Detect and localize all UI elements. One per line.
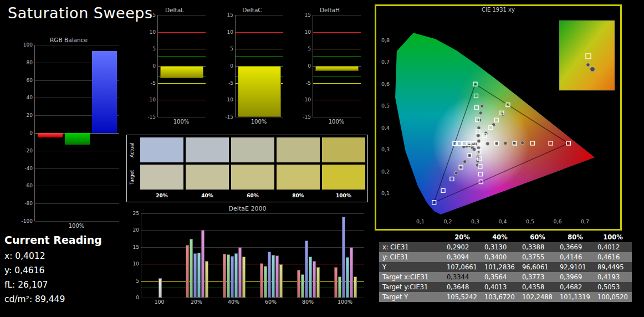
table-cell[interactable]: 0,5053 xyxy=(594,282,632,292)
table-cell[interactable]: 0,2902 xyxy=(443,242,481,252)
deltae-bar xyxy=(346,257,349,298)
y-tick-label: 40 xyxy=(18,95,33,100)
y-tick-label: 5 xyxy=(219,46,233,52)
results-table: 20%40%60%80%100%x: CIE310,29020,31300,33… xyxy=(379,232,632,302)
table-cell[interactable]: 101,2836 xyxy=(481,262,519,272)
table-cell[interactable]: 0,3130 xyxy=(481,242,519,252)
deltae-bar xyxy=(354,277,357,298)
deltae-bar xyxy=(309,257,312,298)
y-tick-label: -80 xyxy=(18,201,33,206)
y-tick-label: 5 xyxy=(125,278,139,284)
table-cell[interactable]: 96,6061 xyxy=(519,262,556,272)
grid-line xyxy=(141,230,364,231)
column-header xyxy=(379,232,443,242)
table-cell[interactable]: 0,3773 xyxy=(519,272,556,282)
table-header-row: 20%40%60%80%100% xyxy=(379,232,632,242)
y-tick-label: -5 xyxy=(219,80,233,86)
table-cell[interactable]: 105,5242 xyxy=(443,292,481,302)
table-cell[interactable]: 0,4616 xyxy=(594,252,632,262)
y-tick-label: -15 xyxy=(141,114,156,120)
deltae-bar xyxy=(193,253,197,298)
y-tick-label: -10 xyxy=(219,97,233,103)
measured-circle xyxy=(463,160,467,163)
table-cell[interactable]: 102,2488 xyxy=(519,292,556,302)
column-header: 100% xyxy=(594,232,632,242)
rgb-balance-chart: RGB Balance 100806040200-20-40-60-80-100… xyxy=(14,37,123,229)
delta-c-chart: DeltaC 151050-5-10-15 100% xyxy=(219,7,285,125)
reference-line xyxy=(313,76,361,76)
table-cell[interactable]: 0,3755 xyxy=(519,252,556,262)
deltae-bar xyxy=(205,261,208,298)
current-reading-line: y: 0,4616 xyxy=(4,265,102,275)
y-tick-label: -100 xyxy=(18,218,33,224)
table-cell[interactable]: 0,4193 xyxy=(594,272,632,282)
table-cell[interactable]: 0,3969 xyxy=(556,272,594,282)
y-tick-label: -20 xyxy=(18,148,33,154)
deltae-bar xyxy=(275,255,279,298)
table-cell[interactable]: 92,9101 xyxy=(556,262,594,272)
table-row: x: CIE310,29020,31300,33880,36690,4012 xyxy=(379,242,632,252)
grid-line xyxy=(313,117,361,117)
measured-circle xyxy=(504,141,507,145)
table-cell[interactable]: 0,3344 xyxy=(443,272,481,282)
y-tick-label: 60 xyxy=(18,78,33,83)
table-cell[interactable]: 0,4146 xyxy=(556,252,594,262)
rgb-bar xyxy=(92,51,117,133)
reference-line xyxy=(236,32,283,33)
delta-c-xlabel: 100% xyxy=(235,119,283,125)
delta-bar xyxy=(315,66,358,71)
table-cell[interactable]: 107,0661 xyxy=(443,262,481,272)
measured-circle xyxy=(479,111,482,115)
cie-x-tick: 0,2 xyxy=(443,218,452,224)
cie-y-tick: 0,4 xyxy=(381,125,390,131)
current-reading-line: fL: 26,107 xyxy=(4,280,102,290)
y-tick-label: 5 xyxy=(297,46,311,52)
grid-line xyxy=(35,168,119,169)
column-header: 40% xyxy=(481,232,519,242)
table-cell[interactable]: 100,0520 xyxy=(594,292,632,302)
table-cell[interactable]: 0,3388 xyxy=(519,242,556,252)
table-cell[interactable]: 103,6720 xyxy=(481,292,519,302)
deltae-2000-plot: 2520151050 xyxy=(141,213,364,298)
table-row: Target Y105,5242103,6720102,2488101,1319… xyxy=(379,292,632,302)
table-cell[interactable]: 0,3669 xyxy=(556,242,594,252)
table-cell[interactable]: 89,4495 xyxy=(594,262,632,272)
y-tick-label: 20 xyxy=(125,227,139,233)
delta-l-plot: 151050-5-10-15 xyxy=(157,15,206,117)
measured-circle xyxy=(468,154,471,157)
table-row: Y107,0661101,283696,606192,910189,4495 xyxy=(379,262,632,272)
delta-h-xlabel: 100% xyxy=(313,119,360,125)
y-tick-label: 0 xyxy=(141,63,156,69)
y-tick-label: -5 xyxy=(141,80,156,86)
cie-x-tick: 0,1 xyxy=(416,218,425,224)
reference-line xyxy=(141,264,364,264)
grid-line xyxy=(35,221,119,222)
deltae-bar xyxy=(334,267,338,298)
y-tick-label: 25 xyxy=(125,211,139,216)
page-title: Saturation Sweeps xyxy=(8,4,152,22)
actual-swatch xyxy=(231,137,274,162)
swatch-column-label: 60% xyxy=(231,192,274,200)
target-swatch xyxy=(322,165,365,190)
current-reading-line: cd/m²: 89,449 xyxy=(4,294,102,304)
grid-line xyxy=(158,117,206,117)
rgb-bar xyxy=(65,133,90,145)
table-cell[interactable]: 101,1319 xyxy=(556,292,594,302)
row-label: Target Y xyxy=(379,292,443,302)
cie-y-tick: 0,3 xyxy=(381,146,390,152)
table-cell[interactable]: 0,3094 xyxy=(443,252,481,262)
table-cell[interactable]: 0,4358 xyxy=(519,282,556,292)
table-cell[interactable]: 0,3400 xyxy=(481,252,519,262)
y-tick-label: -10 xyxy=(141,97,156,103)
y-tick-label: 10 xyxy=(297,29,311,35)
reference-line xyxy=(158,32,206,33)
x-tick-label: 20% xyxy=(178,298,215,305)
table-cell[interactable]: 0,4682 xyxy=(556,282,594,292)
reference-line xyxy=(158,83,206,84)
table-cell[interactable]: 0,3564 xyxy=(481,272,519,282)
table-cell[interactable]: 0,4013 xyxy=(481,282,519,292)
table-cell[interactable]: 0,3648 xyxy=(443,282,481,292)
y-tick-label: -5 xyxy=(297,80,311,86)
inset-measured-circle xyxy=(590,67,595,72)
table-cell[interactable]: 0,4012 xyxy=(594,242,632,252)
